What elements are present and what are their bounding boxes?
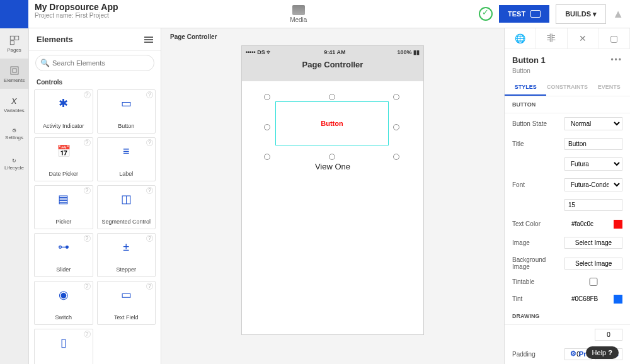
app-logo [0,0,28,28]
title-input[interactable] [564,138,622,150]
page-title: Page Controller [242,59,423,81]
help-icon[interactable]: ? [146,139,153,146]
element-label: Slider [56,266,71,273]
element-icon: ≡ [118,143,134,159]
help-icon[interactable]: ? [84,91,91,98]
controls-section-label: Controls [29,75,161,89]
element-icon: ◉ [55,287,72,303]
status-bar: ••••• DS ᯤ9:41 AM100% ▮▮ [242,46,423,59]
help-icon[interactable]: ? [84,283,91,290]
tree-icon[interactable]: ⾮ [536,28,568,48]
nav-lifecycle[interactable]: ↻Lifecycle [0,149,28,179]
element-card[interactable]: ?▭Text Field [97,281,156,325]
resize-handle[interactable] [393,154,399,160]
device-icon [530,10,541,18]
test-button[interactable]: TEST [499,5,549,23]
element-card[interactable]: ?±Stepper [97,233,156,277]
app-name: My Dropsource App [35,2,118,12]
image-icon [292,5,305,15]
app-info: My Dropsource App Project name: First Pr… [28,0,125,28]
resize-handle[interactable] [264,154,270,160]
element-card[interactable]: ?📅Date Picker [34,137,93,181]
element-label: Activity Indicator [43,123,84,129]
element-icon: ▭ [118,287,134,303]
shuffle-icon[interactable]: ✕ [568,28,599,48]
button-state-select[interactable]: Normal [564,117,622,130]
view-label: View One [242,162,423,171]
breadcrumb: Page Controller [161,28,504,45]
text-color-input[interactable] [568,219,612,229]
tab-events[interactable]: EVENTS [588,79,630,96]
tab-constraints[interactable]: CONSTRAINTS [546,79,588,96]
element-icon: ▭ [118,95,134,111]
builds-button[interactable]: BUILDS ▾ [556,4,606,24]
font-family-select[interactable]: Futura [564,157,622,171]
font-select[interactable]: Futura-CondensedMed [564,178,622,191]
color-swatch[interactable] [614,295,622,304]
sliders-icon: ⚙ [570,350,576,358]
help-icon[interactable]: ? [146,91,153,98]
resize-handle[interactable] [393,94,399,100]
element-card[interactable]: ?◉Switch [34,281,93,325]
resize-handle[interactable] [264,94,270,100]
nav-pages[interactable]: Pages [0,28,28,59]
nav-settings[interactable]: ⚙Settings [0,119,28,149]
resize-handle[interactable] [264,124,270,130]
inspector-subtitle: Button [505,67,630,79]
device-icon[interactable]: ▢ [598,28,630,48]
element-label: Picker [55,219,71,225]
search-input[interactable] [35,55,154,71]
nav-variables[interactable]: xVariables [0,89,28,119]
help-icon[interactable]: ? [84,139,91,146]
svg-rect-3 [11,67,18,74]
globe-icon[interactable]: 🌐 [505,28,536,48]
more-icon[interactable]: ••• [610,55,622,65]
element-label: Stepper [116,266,136,273]
element-card[interactable]: ?✱Activity Indicator [34,89,93,134]
element-card[interactable]: ?▭Button [97,89,156,134]
resize-handle[interactable] [329,94,335,100]
padding-input[interactable] [595,329,622,341]
element-label: Segmented Control [101,219,151,225]
svg-rect-0 [10,36,14,40]
resize-handle[interactable] [329,154,335,160]
select-image-button[interactable]: Select Image [564,237,622,249]
font-size-input[interactable] [564,199,622,211]
lifecycle-icon: ↻ [12,158,16,164]
element-card[interactable]: ?▤Picker [34,185,93,229]
media-tab[interactable]: Media [125,0,473,28]
tab-styles[interactable]: STYLES [505,79,546,96]
canvas-button-element[interactable]: Button [275,101,389,145]
device-canvas[interactable]: ••••• DS ᯤ9:41 AM100% ▮▮ Page Controller… [241,45,424,335]
element-card[interactable]: ?◫Segmented Control [97,185,156,229]
color-swatch[interactable] [614,220,622,229]
tint-input[interactable] [568,293,612,304]
help-icon[interactable]: ? [84,187,91,194]
element-label: Button [118,123,134,129]
select-bgimage-button[interactable]: Select Image [564,258,622,270]
element-card[interactable]: ?≡Label [97,137,156,181]
element-label: Switch [55,314,72,321]
menu-icon[interactable] [144,37,153,43]
help-icon[interactable]: ? [84,235,91,242]
gear-icon: ⚙ [12,128,16,134]
element-label: Label [119,171,133,177]
svg-rect-1 [14,36,18,40]
element-label: Date Picker [49,171,78,177]
element-icon: ✱ [55,95,72,111]
element-card[interactable]: ?▯ [34,329,93,364]
tintable-checkbox[interactable] [564,278,622,286]
element-icon: ▤ [55,191,72,207]
resize-handle[interactable] [393,124,399,130]
panel-title: Elements [37,35,73,44]
help-icon[interactable]: ? [146,283,153,290]
help-icon[interactable]: ? [146,235,153,242]
element-label: Text Field [114,314,139,321]
element-icon: ± [118,239,134,255]
help-button[interactable]: Help [586,346,619,359]
help-icon[interactable]: ? [146,187,153,194]
element-card[interactable]: ?⊶Slider [34,233,93,277]
status-ok-icon [479,7,493,21]
nav-elements[interactable]: Elements [0,59,28,89]
warning-icon[interactable]: ▲ [612,8,624,21]
